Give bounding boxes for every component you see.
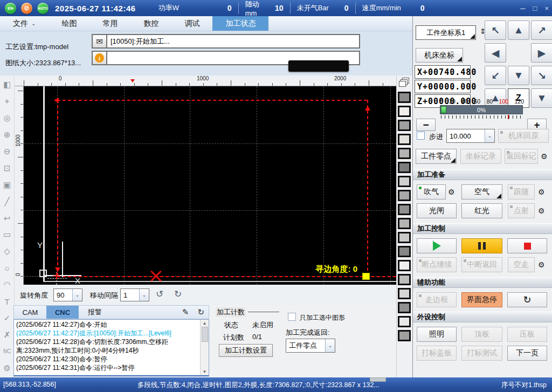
mark-cover-button[interactable]: 打标盖板 bbox=[417, 346, 457, 361]
machine-home-button[interactable]: 机床回原 bbox=[498, 129, 549, 143]
menu-nc[interactable]: 数控 bbox=[130, 16, 171, 31]
trace-frame-button[interactable]: 走边框 bbox=[417, 292, 457, 307]
wcs-select[interactable]: 工件坐标系1 bbox=[416, 25, 476, 40]
layer-swatch[interactable] bbox=[398, 120, 411, 131]
counter-settings-button[interactable]: 加工计数设置 bbox=[219, 344, 273, 357]
zoom-object-icon[interactable]: ◎ bbox=[1, 111, 13, 126]
menu-file[interactable]: 文件 ⌄ bbox=[0, 16, 49, 31]
rotate-ccw-icon[interactable]: ↺ bbox=[156, 288, 163, 300]
close-button[interactable]: × bbox=[544, 4, 549, 12]
layer-swatch[interactable] bbox=[398, 316, 411, 327]
speed-slider[interactable]: 0% bbox=[440, 105, 523, 114]
gear-icon[interactable]: ⚙ bbox=[448, 188, 455, 196]
disable-badge[interactable]: ⊘ bbox=[21, 3, 32, 14]
gear-icon[interactable]: ⚙ bbox=[538, 207, 545, 215]
view-pan-icon[interactable]: ◧ bbox=[1, 78, 13, 92]
rotate-angle-select[interactable]: 90 ⌄ bbox=[53, 288, 82, 301]
coord-record-button[interactable]: 坐标记录 bbox=[460, 149, 501, 164]
top-plate-button[interactable]: 顶板 bbox=[461, 327, 502, 342]
log-refresh-icon[interactable]: ↻ bbox=[197, 307, 204, 317]
start-button[interactable] bbox=[417, 238, 457, 253]
maximize-button[interactable]: □ bbox=[533, 4, 537, 12]
layer-swatch[interactable] bbox=[398, 190, 411, 201]
rotate-cw-icon[interactable]: ↻ bbox=[174, 288, 182, 300]
stop-button[interactable] bbox=[507, 238, 547, 253]
scrollbar-thumb[interactable] bbox=[202, 327, 208, 342]
scroll-down-icon[interactable]: ▼ bbox=[203, 369, 207, 374]
zoom-in-icon[interactable]: ⊕ bbox=[1, 128, 13, 142]
move-step-select[interactable]: 1 ⌄ bbox=[120, 288, 149, 301]
chevron-down-icon[interactable]: ⌄ bbox=[139, 289, 149, 301]
machine-coord-button[interactable]: 机床坐标 bbox=[416, 48, 463, 63]
dry-run-button[interactable]: 空走 bbox=[508, 257, 535, 272]
layer-swatch[interactable] bbox=[398, 288, 411, 299]
jog-up-button[interactable]: ▲ bbox=[508, 20, 529, 40]
auto-badge[interactable]: AUTO bbox=[37, 3, 49, 14]
brush-icon[interactable]: ✎ bbox=[182, 307, 189, 317]
jog-right-button[interactable]: ▶ bbox=[531, 43, 552, 63]
rect-tool-icon[interactable]: ▭ bbox=[1, 228, 13, 242]
zoom-window-icon[interactable]: ⊡ bbox=[1, 161, 13, 175]
zoom-select-icon[interactable]: ⌖ bbox=[1, 94, 13, 109]
delete-icon[interactable]: ✗ bbox=[1, 327, 13, 342]
refresh-button[interactable]: ↻ bbox=[507, 292, 547, 307]
layer-swatch[interactable] bbox=[398, 92, 411, 103]
menu-debug[interactable]: 调试 bbox=[171, 16, 212, 31]
lighting-button[interactable]: 照明 bbox=[417, 327, 457, 342]
zoom-out-icon[interactable]: ⊖ bbox=[1, 145, 13, 159]
gear-icon[interactable]: ⚙ bbox=[538, 260, 545, 269]
layer-swatch[interactable] bbox=[398, 330, 411, 341]
interrupt-return-button[interactable]: 中断返回 bbox=[461, 257, 502, 272]
layer-swatch[interactable] bbox=[398, 232, 411, 243]
scroll-up-icon[interactable]: ▲ bbox=[203, 321, 207, 326]
layer-swatch[interactable] bbox=[398, 162, 411, 173]
menu-draw[interactable]: 绘图 bbox=[49, 16, 89, 31]
arc-tool-icon[interactable]: ↩ bbox=[1, 211, 13, 225]
layer-swatch[interactable] bbox=[398, 218, 411, 229]
only-selected-checkbox[interactable] bbox=[288, 313, 296, 321]
layer-swatch[interactable] bbox=[398, 134, 411, 145]
z-down-button[interactable]: ▼ bbox=[531, 88, 552, 108]
spot-shot-button[interactable]: 点射 bbox=[508, 203, 535, 218]
apply-icon[interactable]: ✓ bbox=[1, 311, 13, 325]
layers-icon[interactable] bbox=[399, 78, 410, 87]
drawing-canvas[interactable]: Y X 寻边角度: 0 bbox=[24, 86, 396, 285]
layer-swatch[interactable] bbox=[398, 176, 411, 187]
minimize-button[interactable]: ─ bbox=[520, 4, 525, 12]
step-checkbox[interactable] bbox=[417, 132, 425, 140]
text-tool-icon[interactable]: T bbox=[1, 294, 13, 309]
blow-button[interactable]: 吹气 bbox=[417, 184, 446, 200]
red-light-button[interactable]: 红光 bbox=[461, 203, 502, 218]
layer-swatch[interactable] bbox=[398, 148, 411, 159]
menu-machining-status[interactable]: 加工状态 bbox=[212, 16, 268, 31]
jog-up-left-button[interactable]: ↖ bbox=[485, 20, 506, 40]
speed-minus-button[interactable]: − bbox=[416, 119, 436, 131]
gear-icon[interactable]: ⚙ bbox=[541, 152, 548, 161]
circle-tool-icon[interactable]: ○ bbox=[1, 261, 13, 276]
layer-swatch[interactable] bbox=[398, 106, 411, 117]
chevron-down-icon[interactable]: ⌄ bbox=[325, 339, 335, 352]
layers-settings-icon[interactable]: ⚙ bbox=[1, 361, 13, 375]
tab-cam[interactable]: CAM bbox=[14, 306, 46, 319]
tab-cnc[interactable]: CNC bbox=[46, 306, 79, 319]
select-box-icon[interactable]: ▣ bbox=[1, 177, 13, 192]
ui-estop-button[interactable]: 界面急停 bbox=[461, 292, 502, 307]
work-zero-button[interactable]: 工件零点 bbox=[416, 149, 457, 164]
air-button[interactable]: 空气 bbox=[461, 184, 502, 200]
mark-test-button[interactable]: 打标测试 bbox=[461, 346, 502, 361]
line-tool-icon[interactable]: ╱ bbox=[1, 194, 13, 209]
layer-swatch[interactable] bbox=[398, 204, 411, 215]
layer-swatch[interactable] bbox=[398, 246, 411, 257]
tab-alarm[interactable]: 报警 bbox=[79, 306, 111, 319]
step-value-select[interactable]: 10.000 ⌄ bbox=[446, 129, 495, 143]
layer-swatch[interactable] bbox=[398, 260, 411, 271]
chevron-down-icon[interactable]: ⌄ bbox=[485, 129, 494, 142]
jog-up-right-button[interactable]: ↗ bbox=[531, 20, 552, 40]
return-position-select[interactable]: 工件零点 ⌄ bbox=[286, 339, 335, 353]
log-scrollbar[interactable]: ▲ ▼ bbox=[200, 320, 209, 375]
menu-common[interactable]: 常用 bbox=[89, 16, 130, 31]
polygon-tool-icon[interactable]: ◇ bbox=[1, 244, 13, 259]
layer-swatch[interactable] bbox=[398, 302, 411, 313]
resume-breakpoint-button[interactable]: 断点继续 bbox=[417, 257, 457, 272]
arc2-tool-icon[interactable]: ◠ bbox=[1, 278, 13, 292]
